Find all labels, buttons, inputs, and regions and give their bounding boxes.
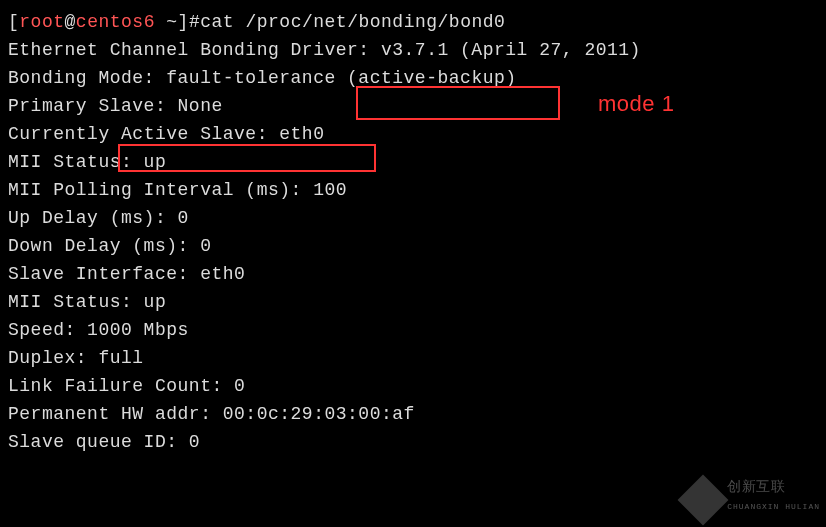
space [155, 12, 166, 32]
mode-boxed-text: (active-backup) [347, 68, 517, 88]
bracket-open: [ [8, 12, 19, 32]
output-mode-line: Bonding Mode: fault-tolerance (active-ba… [8, 64, 818, 92]
watermark: 创新互联 CHUANGXIN HULIAN [685, 479, 820, 521]
output-up-delay: Up Delay (ms): 0 [8, 204, 818, 232]
bracket-close: ] [178, 12, 189, 32]
output-down-delay: Down Delay (ms): 0 [8, 232, 818, 260]
prompt-path: ~ [166, 12, 177, 32]
prompt-host: centos6 [76, 12, 155, 32]
command-text[interactable]: cat /proc/net/bonding/bond0 [200, 12, 505, 32]
output-slave-if: Slave Interface: eth0 [8, 260, 818, 288]
watermark-subtext: CHUANGXIN HULIAN [727, 493, 820, 521]
prompt-at: @ [65, 12, 76, 32]
output-link-fail: Link Failure Count: 0 [8, 372, 818, 400]
watermark-logo-icon [678, 475, 729, 526]
prompt-line: [root@centos6 ~]#cat /proc/net/bonding/b… [8, 8, 818, 36]
prompt-user: root [19, 12, 64, 32]
currently-prefix: Currently [8, 124, 121, 144]
output-mii-poll: MII Polling Interval (ms): 100 [8, 176, 818, 204]
output-mii-status: MII Status: up [8, 148, 818, 176]
output-duplex: Duplex: full [8, 344, 818, 372]
output-speed: Speed: 1000 Mbps [8, 316, 818, 344]
output-currently-line: Currently Active Slave: eth0 [8, 120, 818, 148]
output-primary: Primary Slave: None [8, 92, 818, 120]
output-driver: Ethernet Channel Bonding Driver: v3.7.1 … [8, 36, 818, 64]
currently-boxed-text: Active Slave: eth0 [121, 124, 324, 144]
output-slave-mii: MII Status: up [8, 288, 818, 316]
output-perm-hw: Permanent HW addr: 00:0c:29:03:00:af [8, 400, 818, 428]
output-queue-id: Slave queue ID: 0 [8, 428, 818, 456]
mode-prefix: Bonding Mode: fault-tolerance [8, 68, 347, 88]
watermark-text-block: 创新互联 CHUANGXIN HULIAN [727, 479, 820, 521]
annotation-mode-label: mode 1 [598, 90, 674, 118]
prompt-hash: # [189, 12, 200, 32]
watermark-text: 创新互联 [727, 479, 820, 493]
